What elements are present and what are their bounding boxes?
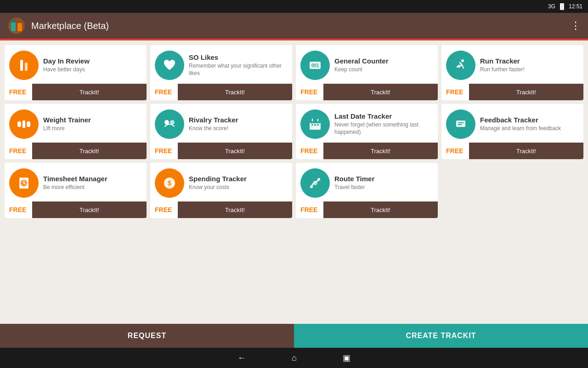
trackit-button[interactable]: TrackIt!: [323, 84, 438, 100]
trackit-button[interactable]: TrackIt!: [178, 201, 292, 218]
app-card: Last Date Tracker Never forget (when som…: [296, 104, 438, 159]
app-icon: [155, 109, 184, 139]
card-body: Rivalry Tracker Know the score!: [150, 104, 292, 143]
app-name: Timesheet Manager: [43, 175, 142, 183]
app-name: Route Timer: [334, 175, 433, 183]
back-button[interactable]: ←: [237, 353, 246, 363]
app-card: 001 General Counter Keep count FREE Trac…: [296, 45, 438, 100]
app-card: Run Tracker Run further faster! FREE Tra…: [441, 45, 583, 100]
app-card: SO Likes Remember what your significant …: [150, 45, 292, 100]
trackit-button[interactable]: TrackIt!: [323, 201, 438, 218]
app-price: FREE: [150, 147, 178, 155]
app-icon: [300, 168, 330, 198]
app-icon: [9, 51, 39, 80]
app-name: Rivalry Tracker: [189, 116, 288, 124]
card-text: Feedback Tracker Manage and learn from f…: [480, 116, 579, 132]
svg-rect-5: [20, 60, 23, 71]
app-desc: Keep count: [334, 66, 433, 74]
card-footer: FREE TrackIt!: [441, 84, 583, 100]
svg-rect-6: [25, 63, 28, 71]
card-footer: FREE TrackIt!: [296, 201, 438, 218]
app-card: $ Spending Tracker Know your costs FREE …: [150, 163, 292, 218]
svg-rect-15: [17, 121, 21, 127]
signal-indicator: 3G: [548, 3, 555, 10]
svg-point-4: [14, 55, 34, 75]
app-icon: [446, 51, 475, 80]
app-name: Run Tracker: [480, 57, 579, 65]
card-body: 001 General Counter Keep count: [296, 45, 438, 84]
svg-text:$: $: [168, 179, 171, 187]
card-body: Route Timer Travel faster: [296, 163, 438, 201]
trackit-button[interactable]: TrackIt!: [178, 84, 292, 100]
trackit-button[interactable]: TrackIt!: [323, 143, 438, 159]
bottom-buttons: REQUEST CREATE TRACKIT: [0, 324, 588, 348]
card-text: General Counter Keep count: [334, 57, 433, 74]
svg-text:001: 001: [311, 63, 319, 68]
card-footer: FREE TrackIt!: [150, 201, 292, 218]
card-text: Rivalry Tracker Know the score!: [189, 116, 288, 132]
app-icon: [9, 109, 39, 139]
card-body: $ Spending Tracker Know your costs: [150, 163, 292, 201]
trackit-button[interactable]: TrackIt!: [469, 143, 583, 159]
svg-rect-26: [314, 124, 316, 126]
recent-button[interactable]: ▣: [343, 353, 351, 363]
card-footer: FREE TrackIt!: [5, 84, 147, 100]
app-price: FREE: [150, 206, 178, 213]
trackit-button[interactable]: TrackIt!: [178, 143, 292, 159]
app-desc: Run further faster!: [480, 66, 579, 74]
app-price: FREE: [150, 88, 178, 96]
svg-rect-22: [310, 121, 321, 123]
svg-point-0: [8, 17, 25, 34]
app-price: FREE: [296, 88, 323, 96]
card-footer: FREE TrackIt!: [150, 84, 292, 100]
svg-rect-29: [456, 121, 465, 127]
svg-rect-27: [317, 124, 319, 126]
card-footer: FREE TrackIt!: [296, 84, 438, 100]
card-footer: FREE TrackIt!: [5, 143, 147, 159]
app-icon: [446, 109, 475, 139]
app-price: FREE: [296, 206, 323, 213]
app-desc: Know the score!: [189, 125, 288, 132]
battery-indicator: ▐▌: [558, 3, 566, 10]
app-card: Feedback Tracker Manage and learn from f…: [441, 104, 583, 159]
app-card: Day In Review Have better days FREE Trac…: [5, 45, 147, 100]
request-button[interactable]: REQUEST: [0, 324, 294, 348]
card-text: Timesheet Manager Be more efficient: [43, 175, 142, 191]
app-card: Route Timer Travel faster FREE TrackIt!: [296, 163, 438, 218]
svg-rect-16: [27, 121, 30, 127]
create-trackit-button[interactable]: CREATE TRACKIT: [294, 324, 588, 348]
status-bar: 3G ▐▌ 12:51: [0, 0, 588, 13]
app-icon: [9, 168, 39, 198]
card-body: Day In Review Have better days: [5, 45, 147, 84]
app-name: SO Likes: [189, 53, 288, 61]
trackit-button[interactable]: TrackIt!: [32, 84, 147, 100]
app-price: FREE: [5, 88, 32, 96]
svg-point-43: [313, 181, 317, 185]
card-text: Run Tracker Run further faster!: [480, 57, 579, 74]
card-text: Last Date Tracker Never forget (when som…: [334, 112, 433, 136]
app-title: Marketplace (Beta): [31, 21, 109, 31]
card-text: SO Likes Remember what your significant …: [189, 53, 288, 77]
svg-rect-25: [311, 124, 313, 126]
app-desc: Manage and learn from feedback: [480, 125, 579, 132]
main-content: Day In Review Have better days FREE Trac…: [0, 40, 588, 324]
svg-rect-14: [23, 121, 25, 128]
trackit-button[interactable]: TrackIt!: [469, 84, 583, 100]
app-name: Weight Trainer: [43, 116, 142, 124]
svg-rect-3: [11, 20, 16, 23]
app-desc: Lift more: [43, 125, 142, 132]
trackit-button[interactable]: TrackIt!: [32, 201, 147, 218]
menu-icon[interactable]: ⋮: [571, 20, 581, 32]
app-card: Weight Trainer Lift more FREE TrackIt!: [5, 104, 147, 159]
app-desc: Travel faster: [334, 184, 433, 191]
app-icon: 001: [300, 51, 330, 80]
card-body: Last Date Tracker Never forget (when som…: [296, 104, 438, 143]
app-bar-left: Marketplace (Beta): [7, 17, 109, 35]
card-body: SO Likes Remember what your significant …: [150, 45, 292, 84]
home-button[interactable]: ⌂: [292, 353, 297, 363]
card-text: Spending Tracker Know your costs: [189, 175, 288, 191]
app-card: Timesheet Manager Be more efficient FREE…: [5, 163, 147, 218]
card-body: Feedback Tracker Manage and learn from f…: [441, 104, 583, 143]
trackit-button[interactable]: TrackIt!: [32, 143, 147, 159]
app-name: General Counter: [334, 57, 433, 65]
